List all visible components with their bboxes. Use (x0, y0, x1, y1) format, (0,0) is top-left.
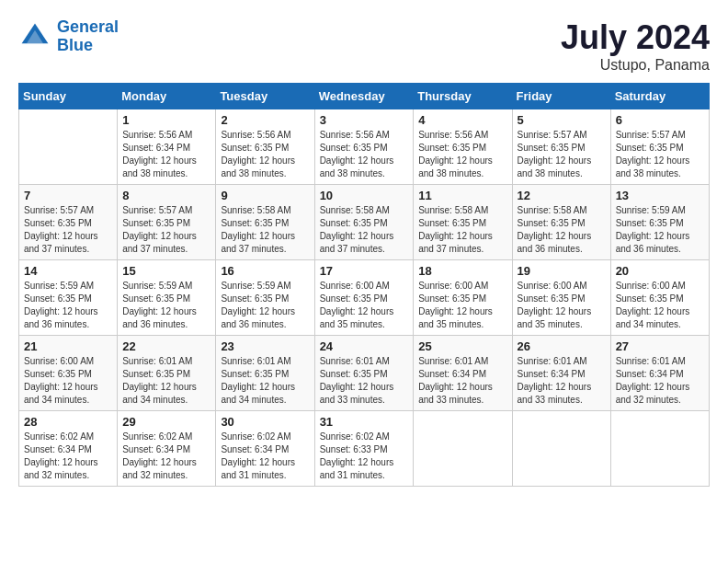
day-info: Sunrise: 6:02 AM Sunset: 6:34 PM Dayligh… (221, 431, 309, 482)
calendar-cell: 30Sunrise: 6:02 AM Sunset: 6:34 PM Dayli… (216, 411, 314, 487)
logo-text: GeneralBlue (57, 18, 119, 55)
day-number: 2 (221, 113, 309, 127)
day-info: Sunrise: 5:56 AM Sunset: 6:34 PM Dayligh… (122, 129, 210, 180)
day-number: 16 (221, 264, 309, 278)
day-info: Sunrise: 5:56 AM Sunset: 6:35 PM Dayligh… (418, 129, 506, 180)
day-number: 17 (320, 264, 409, 278)
calendar-cell: 18Sunrise: 6:00 AM Sunset: 6:35 PM Dayli… (414, 260, 512, 336)
calendar-cell: 16Sunrise: 5:59 AM Sunset: 6:35 PM Dayli… (216, 260, 314, 336)
day-info: Sunrise: 5:59 AM Sunset: 6:35 PM Dayligh… (221, 280, 309, 331)
day-number: 7 (24, 189, 112, 202)
day-info: Sunrise: 6:02 AM Sunset: 6:33 PM Dayligh… (320, 431, 409, 482)
day-number: 8 (122, 189, 210, 202)
day-info: Sunrise: 5:58 AM Sunset: 6:35 PM Dayligh… (418, 204, 506, 256)
day-number: 10 (320, 189, 409, 202)
calendar-cell (414, 411, 512, 487)
day-number: 23 (221, 339, 309, 353)
calendar-cell: 21Sunrise: 6:00 AM Sunset: 6:35 PM Dayli… (19, 336, 118, 411)
day-number: 12 (518, 189, 606, 202)
day-number: 6 (616, 113, 704, 127)
calendar-cell (610, 411, 709, 487)
day-number: 5 (518, 113, 606, 127)
day-number: 27 (616, 339, 704, 353)
day-info: Sunrise: 6:00 AM Sunset: 6:35 PM Dayligh… (24, 355, 112, 407)
calendar-cell: 11Sunrise: 5:58 AM Sunset: 6:35 PM Dayli… (414, 185, 512, 260)
day-number: 15 (122, 264, 210, 278)
day-info: Sunrise: 5:58 AM Sunset: 6:35 PM Dayligh… (320, 204, 409, 256)
day-info: Sunrise: 6:01 AM Sunset: 6:34 PM Dayligh… (518, 355, 606, 407)
day-number: 19 (518, 264, 606, 278)
calendar-cell: 28Sunrise: 6:02 AM Sunset: 6:34 PM Dayli… (19, 411, 118, 487)
calendar-cell: 23Sunrise: 6:01 AM Sunset: 6:35 PM Dayli… (216, 336, 314, 411)
calendar-cell: 29Sunrise: 6:02 AM Sunset: 6:34 PM Dayli… (118, 411, 216, 487)
day-number: 20 (616, 264, 704, 278)
calendar-cell: 3Sunrise: 5:56 AM Sunset: 6:35 PM Daylig… (314, 109, 414, 185)
calendar-cell: 19Sunrise: 6:00 AM Sunset: 6:35 PM Dayli… (512, 260, 610, 336)
day-number: 21 (24, 339, 112, 353)
day-info: Sunrise: 6:00 AM Sunset: 6:35 PM Dayligh… (418, 280, 506, 331)
calendar-cell: 24Sunrise: 6:01 AM Sunset: 6:35 PM Dayli… (314, 336, 414, 411)
calendar-cell (512, 411, 610, 487)
weekday-header-sunday: Sunday (19, 84, 118, 109)
calendar-cell: 15Sunrise: 5:59 AM Sunset: 6:35 PM Dayli… (118, 260, 216, 336)
day-info: Sunrise: 6:01 AM Sunset: 6:35 PM Dayligh… (221, 355, 309, 407)
week-row-5: 28Sunrise: 6:02 AM Sunset: 6:34 PM Dayli… (19, 411, 710, 487)
calendar-cell: 25Sunrise: 6:01 AM Sunset: 6:34 PM Dayli… (414, 336, 512, 411)
day-info: Sunrise: 5:56 AM Sunset: 6:35 PM Dayligh… (320, 129, 409, 180)
day-number: 18 (418, 264, 506, 278)
day-info: Sunrise: 5:57 AM Sunset: 6:35 PM Dayligh… (616, 129, 704, 180)
day-info: Sunrise: 5:59 AM Sunset: 6:35 PM Dayligh… (24, 280, 112, 331)
day-number: 22 (122, 339, 210, 353)
calendar-cell: 31Sunrise: 6:02 AM Sunset: 6:33 PM Dayli… (314, 411, 414, 487)
calendar-cell: 5Sunrise: 5:57 AM Sunset: 6:35 PM Daylig… (512, 109, 610, 185)
day-info: Sunrise: 6:01 AM Sunset: 6:35 PM Dayligh… (122, 355, 210, 407)
day-number: 4 (418, 113, 506, 127)
day-number: 9 (221, 189, 309, 202)
day-info: Sunrise: 5:59 AM Sunset: 6:35 PM Dayligh… (122, 280, 210, 331)
calendar-cell: 9Sunrise: 5:58 AM Sunset: 6:35 PM Daylig… (216, 185, 314, 260)
day-number: 24 (320, 339, 409, 353)
calendar-cell (19, 109, 118, 185)
day-number: 31 (320, 415, 409, 429)
calendar-cell: 26Sunrise: 6:01 AM Sunset: 6:34 PM Dayli… (512, 336, 610, 411)
day-info: Sunrise: 5:58 AM Sunset: 6:35 PM Dayligh… (221, 204, 309, 256)
day-info: Sunrise: 6:02 AM Sunset: 6:34 PM Dayligh… (122, 431, 210, 482)
day-info: Sunrise: 5:58 AM Sunset: 6:35 PM Dayligh… (518, 204, 606, 256)
week-row-2: 7Sunrise: 5:57 AM Sunset: 6:35 PM Daylig… (19, 185, 710, 260)
day-info: Sunrise: 6:01 AM Sunset: 6:34 PM Dayligh… (418, 355, 506, 407)
day-number: 30 (221, 415, 309, 429)
weekday-header-row: SundayMondayTuesdayWednesdayThursdayFrid… (19, 84, 710, 109)
day-info: Sunrise: 6:02 AM Sunset: 6:34 PM Dayligh… (24, 431, 112, 482)
location: Ustupo, Panama (561, 57, 710, 74)
calendar-cell: 22Sunrise: 6:01 AM Sunset: 6:35 PM Dayli… (118, 336, 216, 411)
day-number: 11 (418, 189, 506, 202)
day-info: Sunrise: 5:56 AM Sunset: 6:35 PM Dayligh… (221, 129, 309, 180)
calendar-cell: 20Sunrise: 6:00 AM Sunset: 6:35 PM Dayli… (610, 260, 709, 336)
month-title: July 2024 (561, 18, 710, 57)
day-number: 14 (24, 264, 112, 278)
calendar-cell: 12Sunrise: 5:58 AM Sunset: 6:35 PM Dayli… (512, 185, 610, 260)
calendar-cell: 1Sunrise: 5:56 AM Sunset: 6:34 PM Daylig… (118, 109, 216, 185)
day-number: 1 (122, 113, 210, 127)
title-block: July 2024 Ustupo, Panama (561, 18, 710, 74)
day-info: Sunrise: 6:00 AM Sunset: 6:35 PM Dayligh… (616, 280, 704, 331)
calendar-table: SundayMondayTuesdayWednesdayThursdayFrid… (18, 83, 710, 487)
calendar-cell: 7Sunrise: 5:57 AM Sunset: 6:35 PM Daylig… (19, 185, 118, 260)
day-info: Sunrise: 6:00 AM Sunset: 6:35 PM Dayligh… (320, 280, 409, 331)
weekday-header-wednesday: Wednesday (314, 84, 414, 109)
weekday-header-monday: Monday (118, 84, 216, 109)
calendar-cell: 10Sunrise: 5:58 AM Sunset: 6:35 PM Dayli… (314, 185, 414, 260)
calendar-cell: 2Sunrise: 5:56 AM Sunset: 6:35 PM Daylig… (216, 109, 314, 185)
logo: GeneralBlue (18, 18, 119, 55)
day-info: Sunrise: 5:57 AM Sunset: 6:35 PM Dayligh… (518, 129, 606, 180)
calendar-cell: 8Sunrise: 5:57 AM Sunset: 6:35 PM Daylig… (118, 185, 216, 260)
day-info: Sunrise: 5:57 AM Sunset: 6:35 PM Dayligh… (24, 204, 112, 256)
week-row-4: 21Sunrise: 6:00 AM Sunset: 6:35 PM Dayli… (19, 336, 710, 411)
day-info: Sunrise: 5:59 AM Sunset: 6:35 PM Dayligh… (616, 204, 704, 256)
day-info: Sunrise: 6:00 AM Sunset: 6:35 PM Dayligh… (518, 280, 606, 331)
day-number: 25 (418, 339, 506, 353)
day-number: 13 (616, 189, 704, 202)
weekday-header-friday: Friday (512, 84, 610, 109)
calendar-cell: 13Sunrise: 5:59 AM Sunset: 6:35 PM Dayli… (610, 185, 709, 260)
week-row-3: 14Sunrise: 5:59 AM Sunset: 6:35 PM Dayli… (19, 260, 710, 336)
